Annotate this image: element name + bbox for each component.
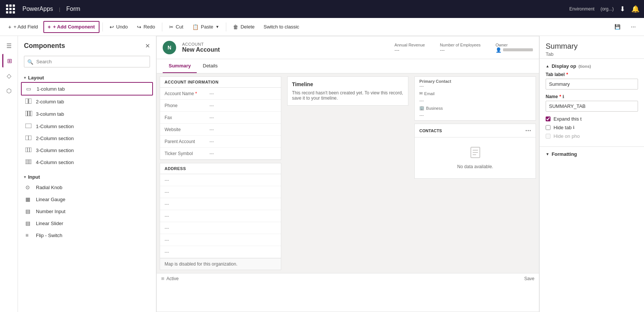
revenue-value: --- bbox=[395, 47, 425, 53]
hide-on-phone-checkbox[interactable] bbox=[546, 134, 551, 139]
search-input[interactable] bbox=[24, 56, 150, 67]
field-ticker-value: --- bbox=[209, 151, 276, 156]
download-icon[interactable]: ⬇ bbox=[620, 5, 625, 13]
field-ticker-label: Ticker Symbol bbox=[165, 151, 209, 156]
tab-details[interactable]: Details bbox=[197, 59, 224, 73]
field-account-name-value: --- bbox=[209, 91, 276, 96]
addr-val-5: --- bbox=[165, 225, 276, 231]
toolbar-more-button[interactable]: ⋯ bbox=[627, 22, 640, 32]
input-label: Input bbox=[28, 174, 40, 180]
svg-rect-3 bbox=[28, 111, 30, 116]
component-2col-section[interactable]: 2-Column section bbox=[21, 132, 153, 144]
formatting-header[interactable]: ▼ Formatting bbox=[546, 151, 638, 157]
app-grid-button[interactable] bbox=[4, 3, 16, 15]
layout-section-header[interactable]: ▾ Layout bbox=[21, 72, 153, 82]
sidebar-title: Components bbox=[24, 42, 65, 50]
primary-contact-field: Primary Contact --- bbox=[419, 79, 531, 89]
save-icon-button[interactable]: 💾 bbox=[611, 22, 624, 32]
addr-row-4: --- bbox=[160, 210, 281, 222]
field-phone: Phone --- bbox=[160, 100, 281, 112]
address-title: ADDRESS bbox=[160, 163, 281, 174]
expand-this-checkbox[interactable] bbox=[546, 116, 551, 121]
addr-val-2: --- bbox=[165, 190, 276, 195]
paste-dropdown-icon[interactable]: ▼ bbox=[215, 25, 219, 29]
primary-contact-value: --- bbox=[419, 84, 531, 89]
component-3col-section[interactable]: 3-Column section bbox=[21, 144, 153, 156]
component-linear-gauge[interactable]: ▦ Linear Gauge bbox=[21, 193, 153, 205]
header-field-employees: Number of Employees --- bbox=[440, 43, 481, 53]
revenue-label: Annual Revenue bbox=[395, 43, 425, 47]
paste-button[interactable]: 📋 Paste ▼ bbox=[188, 22, 223, 32]
formatting-chevron-down: ▼ bbox=[546, 152, 549, 156]
component-linear-slider[interactable]: ▤ Linear Slider bbox=[21, 217, 153, 229]
business-icon: 🏢 bbox=[419, 106, 424, 110]
name-info-icon[interactable]: ℹ bbox=[562, 94, 564, 99]
account-name: New Account bbox=[182, 46, 389, 53]
formatting-label: Formatting bbox=[552, 151, 577, 157]
display-options-label: Display op bbox=[552, 63, 576, 69]
bell-icon[interactable]: 🔔 bbox=[631, 5, 640, 13]
addr-val-7: --- bbox=[165, 249, 276, 255]
hide-tab-info-icon[interactable]: ℹ bbox=[573, 125, 574, 130]
redo-button[interactable]: ↪ Redo bbox=[133, 22, 159, 32]
no-data-text: No data available. bbox=[457, 164, 493, 169]
hide-tab-checkbox[interactable] bbox=[546, 125, 551, 130]
input-chevron: ▾ bbox=[24, 175, 26, 179]
form-body: ACCOUNT INFORMATION Account Name * --- P… bbox=[157, 73, 539, 273]
nav-item-data[interactable]: ⬡ bbox=[2, 84, 16, 97]
component-4col-section[interactable]: 4-Column section bbox=[21, 156, 153, 168]
tab-label-input[interactable] bbox=[546, 79, 638, 90]
switch-classic-button[interactable]: Switch to classic bbox=[260, 22, 303, 32]
left-column: ACCOUNT INFORMATION Account Name * --- P… bbox=[157, 73, 284, 273]
undo-button[interactable]: ↩ Undo bbox=[106, 22, 132, 32]
component-4col-section-label: 4-Column section bbox=[36, 160, 74, 165]
addr-val-6: --- bbox=[165, 237, 276, 243]
display-options-header[interactable]: ▲ Display op (tions) bbox=[546, 63, 638, 69]
cut-button[interactable]: ✂ Cut bbox=[165, 22, 187, 32]
save-icon: 💾 bbox=[614, 24, 620, 30]
layout-label: Layout bbox=[28, 75, 44, 81]
2col-tab-icon bbox=[25, 99, 32, 105]
component-number-input[interactable]: ▤ Number Input bbox=[21, 205, 153, 217]
toolbar-separator-2 bbox=[162, 22, 162, 31]
component-2col-tab[interactable]: 2-column tab bbox=[21, 96, 153, 108]
map-disabled-msg: Map is disabled for this organization. bbox=[160, 258, 281, 270]
add-field-button[interactable]: + + Add Field bbox=[4, 22, 42, 32]
page-title: Form bbox=[66, 6, 80, 12]
component-1col-tab[interactable]: ▭ 1-column tab bbox=[21, 82, 153, 96]
right-panel-subtitle: Tab bbox=[546, 51, 638, 57]
delete-button[interactable]: 🗑 Delete bbox=[229, 22, 258, 32]
contacts-more-button[interactable]: ⋯ bbox=[525, 127, 531, 134]
right-panel-title: Summary bbox=[546, 42, 638, 51]
env-value: (org...) bbox=[601, 6, 614, 12]
field-parent-value: --- bbox=[209, 139, 276, 144]
input-section-header[interactable]: ▾ Input bbox=[21, 171, 153, 181]
component-radial-knob[interactable]: ⊙ Radial Knob bbox=[21, 181, 153, 193]
component-2col-section-label: 2-Column section bbox=[36, 136, 74, 141]
nav-item-components[interactable]: ◇ bbox=[2, 69, 16, 82]
component-radial-knob-label: Radial Knob bbox=[36, 185, 62, 190]
field-account-name: Account Name * --- bbox=[160, 88, 281, 100]
hide-on-phone-label: Hide on pho bbox=[553, 133, 580, 139]
sidebar-close-button[interactable]: ✕ bbox=[145, 42, 150, 49]
expand-this-label: Expand this t bbox=[553, 116, 582, 122]
middle-column: Timeline This record hasn't been created… bbox=[284, 73, 412, 273]
timeline-title: Timeline bbox=[292, 81, 404, 87]
delete-icon: 🗑 bbox=[233, 24, 238, 30]
plus-component-icon: + bbox=[48, 24, 51, 30]
component-3col-tab[interactable]: 3-column tab bbox=[21, 108, 153, 120]
component-1col-section[interactable]: 1-Column section bbox=[21, 120, 153, 132]
owner-value: 👤 bbox=[496, 47, 533, 53]
form-tabs: Summary Details bbox=[157, 59, 539, 73]
add-component-button[interactable]: + + Add Component bbox=[43, 21, 99, 33]
nav-item-menu[interactable]: ☰ bbox=[2, 39, 16, 52]
nav-item-dashboard[interactable]: ⊞ bbox=[2, 54, 16, 67]
addr-row-1: --- bbox=[160, 174, 281, 186]
name-input[interactable] bbox=[546, 101, 638, 112]
3col-tab-icon bbox=[25, 111, 32, 117]
tab-summary[interactable]: Summary bbox=[163, 59, 197, 73]
component-3col-tab-label: 3-column tab bbox=[36, 111, 64, 117]
status-left: ⊞ Active bbox=[161, 276, 179, 281]
sidebar-header: Components ✕ bbox=[18, 36, 156, 53]
component-flip-switch[interactable]: ≡ Flip - Switch bbox=[21, 229, 153, 241]
